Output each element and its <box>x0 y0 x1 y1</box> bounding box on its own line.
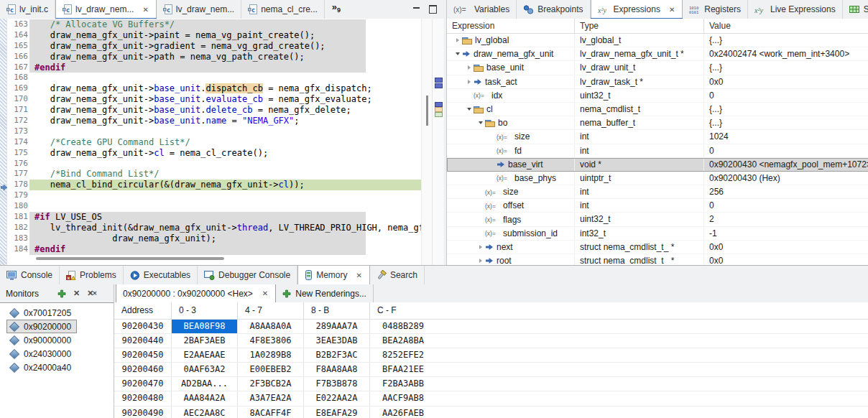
code-line-171[interactable]: 171 draw_nema_gfx_unit->base_unit.delete… <box>0 105 444 116</box>
view-tab-registers[interactable]: 10100101Registers <box>683 0 748 19</box>
expression-row-next[interactable]: nextstruct nema_cmdlist_t_ *0x0 <box>447 241 868 254</box>
expression-value[interactable]: 1024 <box>704 130 868 143</box>
maximize-icon[interactable] <box>429 5 437 14</box>
expression-row-flags[interactable]: (x)=flagsuint32_t2 <box>447 213 868 226</box>
close-icon[interactable]: ✕ <box>262 289 269 297</box>
expression-row-idx[interactable]: (x)=idxuint32_t0 <box>447 89 868 103</box>
expression-value[interactable]: -1 <box>704 227 868 240</box>
monitor-item-0x24000a40[interactable]: 0x24000a40 <box>0 361 114 374</box>
code-line-182[interactable]: 182 lv_thread_init(&draw_nema_gfx_unit->… <box>0 223 444 233</box>
expand-arrow-icon[interactable] <box>476 259 485 263</box>
rendering-tab-hex[interactable]: 0x90200000 : 0x90200000 <Hex> ✕ <box>116 284 276 302</box>
memory-address-cell[interactable]: 90200490 <box>114 407 172 418</box>
view-tab-console[interactable]: Console <box>0 266 60 284</box>
code-line-170[interactable]: 170 draw_nema_gfx_unit->base_unit.evalua… <box>0 94 444 105</box>
view-tab-expressions[interactable]: x²yExpressions✕ <box>591 0 683 19</box>
code-line-164[interactable]: 164 draw_nema_gfx_unit->paint = nema_vg_… <box>0 30 444 41</box>
tab-overflow-indicator[interactable]: » 9 <box>325 0 345 19</box>
memory-address-cell[interactable]: 90200480 <box>114 391 172 405</box>
collapse-arrow-icon[interactable] <box>476 121 485 124</box>
line-number[interactable]: 174 <box>6 137 28 148</box>
line-number[interactable]: 178 <box>6 180 28 190</box>
memory-hex-cell[interactable]: 0488B289 <box>370 320 436 333</box>
memory-hex-cell[interactable]: F8AA8AA8 <box>304 363 370 376</box>
memory-address-cell[interactable]: 90200460 <box>114 363 172 376</box>
expression-value[interactable]: 0 <box>704 199 868 212</box>
expression-row-bo[interactable]: bonema_buffer_t{...} <box>447 116 868 130</box>
line-number[interactable]: 184 <box>6 244 28 255</box>
view-tab-executables[interactable]: Executables <box>124 266 198 284</box>
expression-row-size[interactable]: (x)=sizeint1024 <box>447 130 868 144</box>
monitor-item-0x90000000[interactable]: 0x90000000 <box>0 333 114 347</box>
memory-hex-cell[interactable]: BEA2A8BA <box>370 334 436 348</box>
memory-hex-cell[interactable]: F2BA3ABB <box>370 377 436 391</box>
close-icon[interactable]: ✕ <box>668 6 675 14</box>
code-line-180[interactable]: 180 <box>0 201 444 212</box>
memory-column-header-8-b[interactable]: 8 - B <box>304 302 370 319</box>
code-line-169[interactable]: 169 draw_nema_gfx_unit->base_unit.dispat… <box>0 83 444 94</box>
code-line-165[interactable]: 165 draw_nema_gfx_unit->gradient = nema_… <box>0 41 444 52</box>
column-header-type[interactable]: Type <box>575 19 704 33</box>
column-header-expression[interactable]: Expression <box>447 19 575 33</box>
minimize-icon[interactable] <box>413 6 420 13</box>
memory-hex-cell[interactable]: 1A0289B8 <box>238 348 304 362</box>
expression-value[interactable]: 0x24002474 <work_mem_int+3400> <box>704 47 868 60</box>
editor-tab-lv-draw-nem[interactable]: clv_draw_nem... <box>157 0 241 19</box>
memory-hex-cell[interactable]: E8EAFA29 <box>304 407 370 418</box>
memory-hex-cell[interactable]: 8252EFE2 <box>370 348 436 362</box>
line-number[interactable]: 164 <box>6 30 28 41</box>
memory-column-header-4-7[interactable]: 4 - 7 <box>238 302 304 319</box>
line-number[interactable]: 180 <box>6 201 28 212</box>
line-number[interactable]: 165 <box>6 41 28 52</box>
view-tab-problems[interactable]: xProblems <box>60 266 124 284</box>
expression-value[interactable]: {...} <box>704 61 868 74</box>
line-number[interactable]: 181 <box>6 212 28 223</box>
expression-value[interactable]: 0 <box>704 144 868 157</box>
line-number[interactable]: 179 <box>6 190 28 201</box>
memory-hex-cell[interactable]: AACF9AB8 <box>370 391 436 405</box>
monitor-item-0x70017205[interactable]: 0x70017205 <box>0 306 114 320</box>
view-tab-live-expressions[interactable]: x²yLive Expressions <box>748 0 843 19</box>
monitor-item-0x90200000[interactable]: 0x90200000 <box>0 320 114 333</box>
code-line-181[interactable]: 181#if LV_USE_OS <box>0 212 444 223</box>
line-number[interactable]: 168 <box>6 73 28 83</box>
expression-row-fd[interactable]: (x)=fdint0 <box>447 144 868 158</box>
expand-arrow-icon[interactable] <box>476 245 485 249</box>
close-icon[interactable]: ✕ <box>356 271 363 279</box>
line-number[interactable]: 183 <box>6 233 28 244</box>
code-line-174[interactable]: 174 /*Create GPU Command List*/ <box>0 137 444 148</box>
expression-row-size[interactable]: (x)=sizeint256 <box>447 185 868 199</box>
memory-hex-cell[interactable]: AEC2AA8C <box>172 407 238 418</box>
memory-address-cell[interactable]: 90200430 <box>114 320 172 333</box>
code-line-163[interactable]: 163 /* Allocate VG Buffers*/ <box>0 19 444 30</box>
line-number[interactable]: 173 <box>6 126 28 137</box>
memory-hex-cell[interactable]: A8AA8A0A <box>238 320 304 333</box>
code-editor[interactable]: 163 /* Allocate VG Buffers*/164 draw_nem… <box>0 19 444 265</box>
line-number[interactable]: 163 <box>6 19 28 30</box>
memory-address-cell[interactable]: 90200440 <box>114 334 172 348</box>
code-line-177[interactable]: 177 /*Bind Command List*/ <box>0 169 444 180</box>
memory-hex-cell[interactable]: E00EBEB2 <box>238 363 304 376</box>
expression-value[interactable]: {...} <box>704 34 868 47</box>
code-line-176[interactable]: 176 <box>0 159 444 169</box>
memory-column-header-address[interactable]: Address <box>114 302 172 319</box>
memory-hex-cell[interactable]: 3EAE3DAB <box>304 334 370 348</box>
remove-monitor-icon[interactable]: ✕ <box>73 289 80 297</box>
line-number[interactable]: 171 <box>6 105 28 116</box>
expression-value[interactable]: 0x90200430 <nemagfx_pool_mem+1072> <box>704 158 868 171</box>
expression-row-base-unit[interactable]: base_unitlv_draw_unit_t{...} <box>447 61 868 75</box>
view-tab-variables[interactable]: (x)=Variables <box>447 0 517 19</box>
line-number[interactable]: 175 <box>6 148 28 159</box>
collapse-arrow-icon[interactable] <box>464 108 474 111</box>
line-number[interactable]: 182 <box>6 223 28 233</box>
editor-tab-lv-init-c[interactable]: clv_init.c <box>0 0 55 19</box>
memory-hex-cell[interactable]: F7B3B878 <box>304 377 370 391</box>
monitor-item-0x24030000[interactable]: 0x24030000 <box>0 347 114 361</box>
memory-hex-cell[interactable]: 8ACAFF4F <box>238 407 304 418</box>
expression-row-cl[interactable]: clnema_cmdlist_t{...} <box>447 103 868 116</box>
code-line-178[interactable]: 178 nema_cl_bind_circular(&(draw_nema_gf… <box>0 180 444 190</box>
memory-address-cell[interactable]: 90200470 <box>114 377 172 391</box>
line-number[interactable]: 176 <box>6 159 28 169</box>
line-number[interactable]: 177 <box>6 169 28 180</box>
editor-tab-nema-cl-cre[interactable]: cnema_cl_cre... <box>241 0 325 19</box>
